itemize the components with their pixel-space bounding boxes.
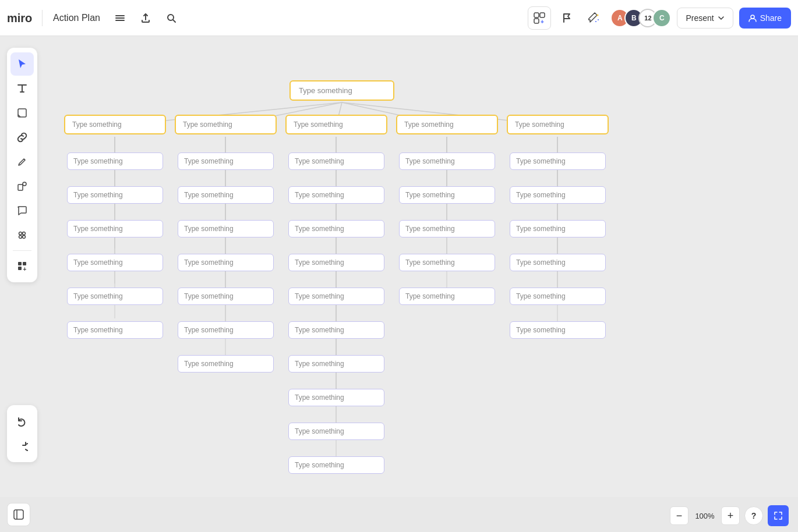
- toolbar-divider: [13, 250, 31, 251]
- leaf-node[interactable]: Type something: [510, 152, 606, 170]
- svg-rect-64: [14, 510, 23, 519]
- fullscreen-button[interactable]: [768, 505, 789, 526]
- bottom-bar: − 100% + ?: [0, 497, 798, 532]
- zoom-out-button[interactable]: −: [670, 506, 688, 525]
- export-button[interactable]: [135, 8, 156, 29]
- share-button[interactable]: Share: [739, 8, 791, 29]
- shape-tool-button[interactable]: [10, 175, 34, 198]
- col4-node[interactable]: Type something: [396, 115, 498, 134]
- comment-tool-button[interactable]: [10, 199, 34, 222]
- svg-point-17: [19, 232, 22, 235]
- leaf-node[interactable]: Type something: [67, 288, 163, 305]
- leaf-node[interactable]: Type something: [510, 186, 606, 204]
- leaf-node[interactable]: Type something: [178, 288, 274, 305]
- zoom-in-button[interactable]: +: [721, 506, 740, 525]
- leaf-node[interactable]: Type something: [178, 186, 274, 204]
- fullscreen-icon: [774, 511, 783, 520]
- leaf-node[interactable]: Type something: [510, 254, 606, 271]
- leaf-node[interactable]: Type something: [67, 186, 163, 204]
- smart-create-icon: +: [533, 12, 546, 24]
- flag-button[interactable]: [557, 8, 578, 29]
- col5-node[interactable]: Type something: [507, 115, 609, 134]
- mindmap-container: Type something Type something Type somet…: [0, 36, 798, 497]
- panel-toggle-button[interactable]: [7, 503, 30, 526]
- col2-node[interactable]: Type something: [175, 115, 277, 134]
- leaf-node[interactable]: Type something: [288, 355, 384, 373]
- sticky-icon: [16, 107, 28, 119]
- avatar-stack: A B 12 C: [610, 9, 671, 27]
- leaf-node[interactable]: Type something: [288, 152, 384, 170]
- leaf-node[interactable]: Type something: [67, 152, 163, 170]
- help-button[interactable]: ?: [744, 506, 763, 525]
- search-button[interactable]: [161, 8, 182, 29]
- leaf-node[interactable]: Type something: [178, 355, 274, 373]
- leaf-node[interactable]: Type something: [399, 288, 495, 305]
- canvas[interactable]: Type something Type something Type somet…: [0, 36, 798, 497]
- top-bar: miro Action Plan: [0, 0, 798, 36]
- leaf-node[interactable]: Type something: [288, 254, 384, 271]
- leaf-node[interactable]: Type something: [178, 220, 274, 237]
- svg-rect-23: [18, 267, 22, 270]
- leaf-node[interactable]: Type something: [288, 220, 384, 237]
- select-tool-button[interactable]: [10, 52, 34, 76]
- redo-button[interactable]: [10, 434, 34, 457]
- link-tool-button[interactable]: [10, 126, 34, 149]
- leaf-node[interactable]: Type something: [67, 220, 163, 237]
- export-icon: [140, 12, 151, 24]
- undo-icon: [16, 416, 28, 427]
- leaf-node[interactable]: Type something: [288, 288, 384, 305]
- svg-rect-21: [18, 262, 22, 265]
- leaf-node[interactable]: Type something: [510, 321, 606, 339]
- redo-icon: [16, 440, 28, 452]
- left-toolbar: +: [7, 48, 37, 282]
- leaf-node[interactable]: Type something: [178, 321, 274, 339]
- user-icon: [748, 14, 757, 22]
- leaf-node[interactable]: Type something: [399, 254, 495, 271]
- present-button[interactable]: Present: [677, 8, 733, 29]
- leaf-node[interactable]: Type something: [67, 321, 163, 339]
- leaf-node[interactable]: Type something: [178, 254, 274, 271]
- pen-tool-button[interactable]: [10, 150, 34, 173]
- menu-button[interactable]: [110, 8, 130, 29]
- leaf-node[interactable]: Type something: [399, 220, 495, 237]
- zoom-controls: − 100% + ?: [670, 505, 789, 526]
- leaf-node[interactable]: Type something: [288, 186, 384, 204]
- avatar: C: [652, 9, 671, 27]
- leaf-node[interactable]: Type something: [399, 186, 495, 204]
- leaf-node[interactable]: Type something: [288, 321, 384, 339]
- leaf-node[interactable]: Type something: [288, 389, 384, 406]
- undo-button[interactable]: [10, 410, 34, 433]
- template-icon: [16, 229, 28, 241]
- svg-point-16: [23, 182, 26, 186]
- template-tool-button[interactable]: [10, 224, 34, 247]
- leaf-node[interactable]: Type something: [288, 423, 384, 440]
- sticky-tool-button[interactable]: [10, 101, 34, 125]
- leaf-node[interactable]: Type something: [288, 456, 384, 474]
- svg-rect-15: [18, 185, 23, 190]
- leaf-node[interactable]: Type something: [510, 220, 606, 237]
- magic-pen-button[interactable]: [584, 8, 605, 29]
- magic-pen-icon: [588, 12, 600, 24]
- svg-text:+: +: [541, 19, 544, 24]
- svg-rect-7: [540, 13, 545, 17]
- root-node[interactable]: Type something: [289, 80, 394, 101]
- svg-text:miro: miro: [7, 12, 32, 24]
- smart-create-button[interactable]: +: [528, 6, 551, 30]
- svg-point-20: [23, 236, 26, 239]
- document-title[interactable]: Action Plan: [53, 13, 100, 23]
- menu-icon: [114, 12, 126, 24]
- svg-rect-22: [23, 262, 26, 265]
- leaf-node[interactable]: Type something: [510, 288, 606, 305]
- leaf-node[interactable]: Type something: [67, 254, 163, 271]
- leaf-node[interactable]: Type something: [178, 152, 274, 170]
- add-tool-button[interactable]: +: [10, 254, 34, 278]
- topbar-icons: [110, 8, 182, 29]
- search-icon: [165, 12, 177, 24]
- svg-line-5: [173, 20, 175, 22]
- col3-node[interactable]: Type something: [285, 115, 387, 134]
- leaf-node[interactable]: Type something: [399, 152, 495, 170]
- shape-icon: [16, 180, 28, 192]
- text-tool-button[interactable]: [10, 77, 34, 100]
- col1-node[interactable]: Type something: [64, 115, 166, 134]
- svg-rect-3: [115, 20, 125, 21]
